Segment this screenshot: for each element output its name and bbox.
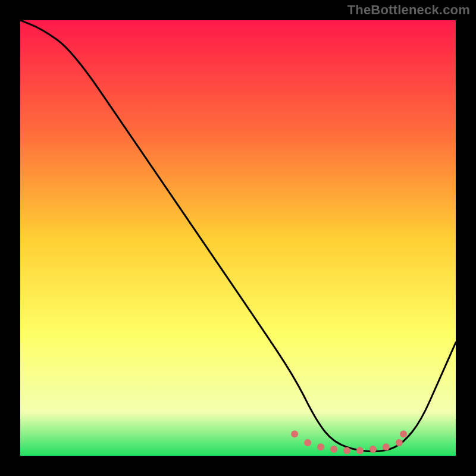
chart-svg	[20, 20, 456, 456]
chart-frame: TheBottleneck.com	[0, 0, 476, 476]
highlight-marker	[330, 446, 337, 453]
highlight-marker	[356, 447, 364, 454]
highlight-marker	[317, 443, 324, 450]
gradient-rect	[20, 20, 456, 456]
highlight-marker	[291, 430, 298, 437]
highlight-marker	[400, 430, 407, 437]
plot-area	[20, 20, 456, 456]
highlight-marker	[304, 439, 311, 446]
watermark-text: TheBottleneck.com	[347, 2, 470, 18]
highlight-marker	[383, 443, 390, 450]
highlight-marker	[396, 439, 403, 446]
highlight-marker	[343, 447, 350, 454]
highlight-marker	[369, 446, 377, 453]
